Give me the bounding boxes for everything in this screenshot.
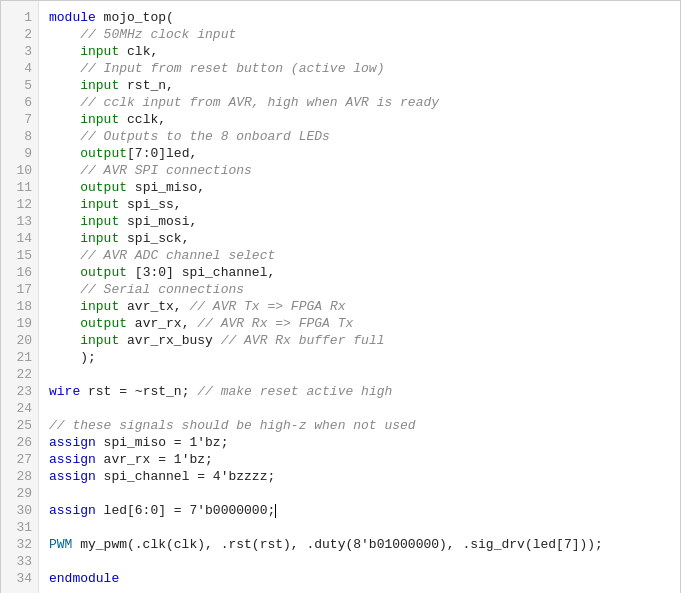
code-line: input rst_n,	[49, 77, 680, 94]
token-comment: // cclk input from AVR, high when AVR is…	[49, 95, 439, 110]
line-number: 7	[1, 111, 38, 128]
line-number: 4	[1, 60, 38, 77]
token-comment: // 50MHz clock input	[49, 27, 236, 42]
code-line: input avr_rx_busy // AVR Rx buffer full	[49, 332, 680, 349]
line-number: 10	[1, 162, 38, 179]
code-line: endmodule	[49, 570, 680, 587]
token-ws	[49, 316, 80, 331]
token-identifier: rst_n,	[119, 78, 174, 93]
line-number: 8	[1, 128, 38, 145]
token-identifier: avr_rx_busy	[119, 333, 220, 348]
code-line: // Serial connections	[49, 281, 680, 298]
token-comment: // AVR ADC channel select	[49, 248, 275, 263]
token-identifier: cclk,	[119, 112, 166, 127]
line-number: 23	[1, 383, 38, 400]
line-number: 3	[1, 43, 38, 60]
token-identifier: rst = ~rst_n;	[80, 384, 197, 399]
code-line: // Outputs to the 8 onboard LEDs	[49, 128, 680, 145]
token-ws	[49, 180, 80, 195]
code-line: // 50MHz clock input	[49, 26, 680, 43]
token-kw2: output	[80, 146, 127, 161]
token-ws	[49, 146, 80, 161]
token-ws	[49, 299, 80, 314]
token-ws	[49, 231, 80, 246]
line-number: 13	[1, 213, 38, 230]
token-identifier: my_pwm(.clk(clk), .rst(rst), .duty(8'b01…	[72, 537, 603, 552]
token-kw2: output	[80, 265, 127, 280]
token-kw2: input	[80, 197, 119, 212]
code-line	[49, 519, 680, 536]
token-identifier: clk,	[119, 44, 158, 59]
line-number: 34	[1, 570, 38, 587]
code-line	[49, 553, 680, 570]
line-number: 15	[1, 247, 38, 264]
code-line: assign led[6:0] = 7'b0000000;	[49, 502, 680, 519]
token-identifier: spi_miso,	[127, 180, 205, 195]
line-number: 17	[1, 281, 38, 298]
token-comment: // Serial connections	[49, 282, 244, 297]
code-editor[interactable]: 1234567891011121314151617181920212223242…	[0, 0, 681, 593]
line-number: 27	[1, 451, 38, 468]
code-line: assign avr_rx = 1'bz;	[49, 451, 680, 468]
line-number: 33	[1, 553, 38, 570]
line-number: 14	[1, 230, 38, 247]
code-line: // AVR SPI connections	[49, 162, 680, 179]
token-identifier: avr_rx,	[127, 316, 197, 331]
code-line: input cclk,	[49, 111, 680, 128]
line-number: 30	[1, 502, 38, 519]
code-line: // Input from reset button (active low)	[49, 60, 680, 77]
token-comment: // AVR Rx buffer full	[221, 333, 385, 348]
token-ws	[49, 333, 80, 348]
token-identifier: avr_tx,	[119, 299, 189, 314]
token-kw2: output	[80, 180, 127, 195]
token-ws	[49, 44, 80, 59]
code-content[interactable]: module mojo_top( // 50MHz clock input in…	[39, 1, 680, 593]
token-comment: // make reset active high	[197, 384, 392, 399]
line-number: 12	[1, 196, 38, 213]
token-kw2: input	[80, 78, 119, 93]
line-number: 9	[1, 145, 38, 162]
token-kw: endmodule	[49, 571, 119, 586]
token-identifier: led[6:0] = 7'b0000000;	[96, 503, 275, 518]
code-line: // these signals should be high-z when n…	[49, 417, 680, 434]
line-number: 11	[1, 179, 38, 196]
token-comment: // Input from reset button (active low)	[49, 61, 384, 76]
code-line: output[7:0]led,	[49, 145, 680, 162]
token-kw: module	[49, 10, 96, 25]
token-kw2: input	[80, 112, 119, 127]
token-kw2: output	[80, 316, 127, 331]
token-kw: wire	[49, 384, 80, 399]
token-ws	[49, 112, 80, 127]
code-line: // AVR ADC channel select	[49, 247, 680, 264]
code-line: output avr_rx, // AVR Rx => FPGA Tx	[49, 315, 680, 332]
line-number: 6	[1, 94, 38, 111]
line-number: 18	[1, 298, 38, 315]
line-number: 31	[1, 519, 38, 536]
code-line: input clk,	[49, 43, 680, 60]
token-kw2: input	[80, 44, 119, 59]
code-line: output [3:0] spi_channel,	[49, 264, 680, 281]
token-ws	[49, 197, 80, 212]
token-comment: // AVR SPI connections	[49, 163, 252, 178]
token-ws	[49, 78, 80, 93]
token-identifier: spi_sck,	[119, 231, 189, 246]
token-identifier: spi_miso = 1'bz;	[96, 435, 229, 450]
code-line: // cclk input from AVR, high when AVR is…	[49, 94, 680, 111]
token-fn: PWM	[49, 537, 72, 552]
line-number-gutter: 1234567891011121314151617181920212223242…	[1, 1, 39, 593]
code-line	[49, 366, 680, 383]
token-comment: // these signals should be high-z when n…	[49, 418, 416, 433]
code-line: input avr_tx, // AVR Tx => FPGA Rx	[49, 298, 680, 315]
line-number: 22	[1, 366, 38, 383]
line-number: 21	[1, 349, 38, 366]
line-number: 1	[1, 9, 38, 26]
line-number: 19	[1, 315, 38, 332]
line-number: 28	[1, 468, 38, 485]
token-identifier: spi_mosi,	[119, 214, 197, 229]
code-line: output spi_miso,	[49, 179, 680, 196]
token-kw: assign	[49, 503, 96, 518]
token-identifier: mojo_top(	[96, 10, 174, 25]
code-line: input spi_ss,	[49, 196, 680, 213]
line-number: 26	[1, 434, 38, 451]
line-number: 16	[1, 264, 38, 281]
